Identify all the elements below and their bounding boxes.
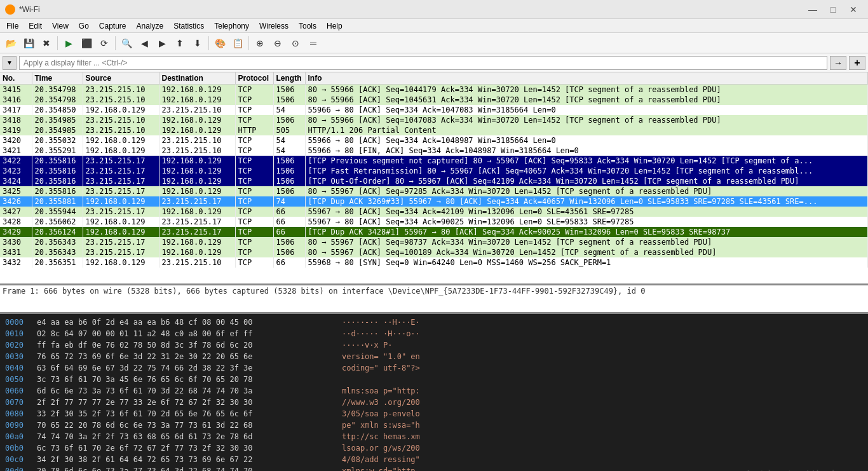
filter-apply-button[interactable]: → bbox=[830, 56, 846, 70]
cell-time: 20.354985 bbox=[32, 125, 83, 135]
cell-protocol: TCP bbox=[235, 217, 273, 227]
hex-row: 0070 2f 2f 77 77 77 2e 77 33 2e 6f 72 67… bbox=[5, 397, 863, 408]
zoom-in-button[interactable]: ⊕ bbox=[252, 35, 268, 51]
table-row[interactable]: 343220.356351192.168.0.12923.215.215.10T… bbox=[0, 257, 868, 268]
table-row[interactable]: 342920.356124192.168.0.12923.215.215.17T… bbox=[0, 227, 868, 237]
menu-item-statistics[interactable]: Statistics bbox=[168, 20, 209, 32]
menu-item-tools[interactable]: Tools bbox=[294, 20, 322, 32]
hex-offset: 00c0 bbox=[5, 454, 37, 465]
cell-destination: 192.168.0.129 bbox=[159, 166, 235, 176]
hex-offset: 0030 bbox=[5, 351, 37, 362]
menu-item-file[interactable]: File bbox=[1, 20, 24, 32]
cell-destination: 192.168.0.129 bbox=[159, 186, 235, 196]
scroll-down-button[interactable]: ⬇ bbox=[189, 35, 206, 51]
close-button[interactable]: ✕ bbox=[844, 3, 863, 16]
menu-item-edit[interactable]: Edit bbox=[24, 20, 47, 32]
autoscroll-button[interactable]: 📋 bbox=[229, 35, 246, 51]
display-filter-input[interactable] bbox=[19, 56, 827, 70]
filter-expression-button[interactable]: ▼ bbox=[3, 56, 17, 70]
hex-bytes: 34 2f 30 38 2f 61 64 64 72 65 73 73 69 6… bbox=[37, 454, 342, 465]
menu-item-capture[interactable]: Capture bbox=[94, 20, 132, 32]
menu-item-go[interactable]: Go bbox=[74, 20, 94, 32]
table-row[interactable]: 341620.35479823.215.215.10192.168.0.129T… bbox=[0, 95, 868, 105]
cell-time: 20.356062 bbox=[32, 217, 83, 227]
table-row[interactable]: 343120.35634323.215.215.17192.168.0.129T… bbox=[0, 247, 868, 257]
zoom-normal-button[interactable]: ⊙ bbox=[287, 35, 304, 51]
hex-bytes: ff fa eb df 0e 76 02 78 50 8d 3c 3f 78 6… bbox=[37, 339, 342, 351]
cell-protocol: TCP bbox=[235, 85, 273, 95]
cell-protocol: TCP bbox=[235, 176, 273, 186]
cell-time: 20.354850 bbox=[32, 105, 83, 115]
start-capture-button[interactable]: ▶ bbox=[60, 35, 77, 51]
table-row[interactable]: 342320.35581623.215.215.17192.168.0.129T… bbox=[0, 166, 868, 176]
open-button[interactable]: 📂 bbox=[3, 35, 19, 51]
table-row[interactable]: 342220.35581623.215.215.17192.168.0.129T… bbox=[0, 156, 868, 166]
cell-time: 20.355881 bbox=[32, 196, 83, 207]
cell-no: 3424 bbox=[0, 176, 32, 186]
hex-row: 0000 e4 aa ea b6 0f 2d e4 aa ea b6 48 cf… bbox=[5, 317, 863, 328]
save-button[interactable]: 💾 bbox=[20, 35, 37, 51]
cell-destination: 23.215.215.17 bbox=[159, 227, 235, 237]
cell-source: 23.215.215.17 bbox=[83, 207, 159, 217]
filter-add-button[interactable]: + bbox=[849, 56, 865, 70]
forward-button[interactable]: ▶ bbox=[154, 35, 170, 51]
hex-ascii: pe" xmln s:wsa="h bbox=[342, 420, 420, 431]
filter-button[interactable]: 🔍 bbox=[118, 35, 135, 51]
table-row[interactable]: 342120.355291192.168.0.12923.215.215.10T… bbox=[0, 146, 868, 156]
cell-destination: 192.168.0.129 bbox=[159, 125, 235, 135]
table-row[interactable]: 342520.35581623.215.215.17192.168.0.129T… bbox=[0, 186, 868, 196]
cell-destination: 192.168.0.129 bbox=[159, 85, 235, 95]
packet-list[interactable]: No. Time Source Destination Protocol Len… bbox=[0, 72, 868, 285]
cell-no: 3423 bbox=[0, 166, 32, 176]
back-button[interactable]: ◀ bbox=[136, 35, 153, 51]
restart-button[interactable]: ⟳ bbox=[96, 35, 112, 51]
cell-length: 1506 bbox=[273, 85, 305, 95]
table-row[interactable]: 342820.356062192.168.0.12923.215.215.17T… bbox=[0, 217, 868, 227]
stop-capture-button[interactable]: ⬛ bbox=[78, 35, 95, 51]
cell-time: 20.355816 bbox=[32, 156, 83, 166]
cell-protocol: TCP bbox=[235, 156, 273, 166]
table-row[interactable]: 342420.35581623.215.215.17192.168.0.129T… bbox=[0, 176, 868, 186]
cell-source: 23.215.215.17 bbox=[83, 247, 159, 257]
cell-destination: 192.168.0.129 bbox=[159, 115, 235, 125]
cell-destination: 23.215.215.10 bbox=[159, 257, 235, 268]
table-row[interactable]: 341820.35498523.215.215.10192.168.0.129T… bbox=[0, 115, 868, 125]
menu-item-telephony[interactable]: Telephony bbox=[209, 20, 254, 32]
maximize-button[interactable]: □ bbox=[824, 3, 843, 16]
title-controls: — □ ✕ bbox=[803, 3, 863, 16]
minimize-button[interactable]: — bbox=[803, 3, 822, 16]
cell-destination: 23.215.215.17 bbox=[159, 196, 235, 207]
menu-item-help[interactable]: Help bbox=[322, 20, 348, 32]
cell-no: 3417 bbox=[0, 105, 32, 115]
hex-row: 0060 6d 6c 6e 73 3a 73 6f 61 70 3d 22 68… bbox=[5, 385, 863, 397]
table-row[interactable]: 341520.35479823.215.215.10192.168.0.129T… bbox=[0, 85, 868, 95]
scroll-up-button[interactable]: ⬆ bbox=[172, 35, 188, 51]
hex-ascii: //www.w3 .org/200 bbox=[342, 397, 420, 408]
hex-row: 0050 3c 73 6f 61 70 3a 45 6e 76 65 6c 6f… bbox=[5, 374, 863, 385]
toolbar: 📂 💾 ✖ ▶ ⬛ ⟳ 🔍 ◀ ▶ ⬆ ⬇ 🎨 📋 ⊕ ⊖ ⊙ ═ bbox=[0, 33, 868, 53]
table-row[interactable]: 342720.35594423.215.215.17192.168.0.129T… bbox=[0, 207, 868, 217]
app-icon bbox=[5, 4, 15, 15]
hex-dump: 0000 e4 aa ea b6 0f 2d e4 aa ea b6 48 cf… bbox=[0, 314, 868, 471]
cell-source: 192.168.0.129 bbox=[83, 257, 159, 268]
cell-no: 3416 bbox=[0, 95, 32, 105]
menu-item-analyze[interactable]: Analyze bbox=[132, 20, 169, 32]
menu-item-view[interactable]: View bbox=[47, 20, 74, 32]
colorize-button[interactable]: 🎨 bbox=[212, 35, 228, 51]
cell-no: 3418 bbox=[0, 115, 32, 125]
table-row[interactable]: 342620.355881192.168.0.12923.215.215.17T… bbox=[0, 196, 868, 207]
table-row[interactable]: 341920.35498523.215.215.10192.168.0.129H… bbox=[0, 125, 868, 135]
hex-bytes: 6c 73 6f 61 70 2e 6f 72 67 2f 77 73 2f 3… bbox=[37, 442, 342, 454]
menu-item-wireless[interactable]: Wireless bbox=[254, 20, 294, 32]
resize-button[interactable]: ═ bbox=[305, 35, 322, 51]
close-capture-button[interactable]: ✖ bbox=[38, 35, 55, 51]
table-row[interactable]: 342020.355032192.168.0.12923.215.215.10T… bbox=[0, 135, 868, 146]
cell-source: 23.215.215.17 bbox=[83, 156, 159, 166]
cell-source: 192.168.0.129 bbox=[83, 135, 159, 146]
cell-length: 505 bbox=[273, 125, 305, 135]
table-row[interactable]: 341720.354850192.168.0.12923.215.215.10T… bbox=[0, 105, 868, 115]
cell-no: 3427 bbox=[0, 207, 32, 217]
table-row[interactable]: 343020.35634323.215.215.17192.168.0.129T… bbox=[0, 237, 868, 247]
zoom-out-button[interactable]: ⊖ bbox=[269, 35, 286, 51]
cell-source: 23.215.215.10 bbox=[83, 125, 159, 135]
